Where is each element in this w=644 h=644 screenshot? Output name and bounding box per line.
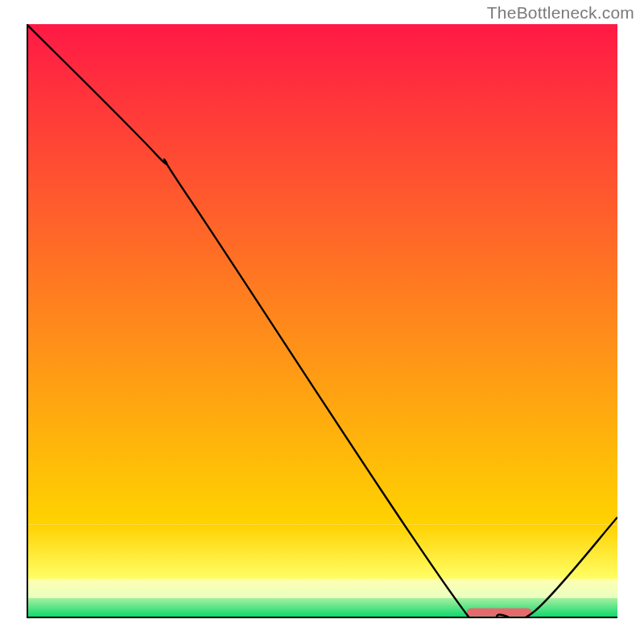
background-band <box>27 579 617 598</box>
background-band <box>27 524 617 579</box>
watermark-label: TheBottleneck.com <box>487 3 634 23</box>
chart-stage: TheBottleneck.com <box>0 0 644 644</box>
plot-area <box>27 24 617 618</box>
plot-svg <box>27 24 617 618</box>
background-band <box>27 24 617 524</box>
